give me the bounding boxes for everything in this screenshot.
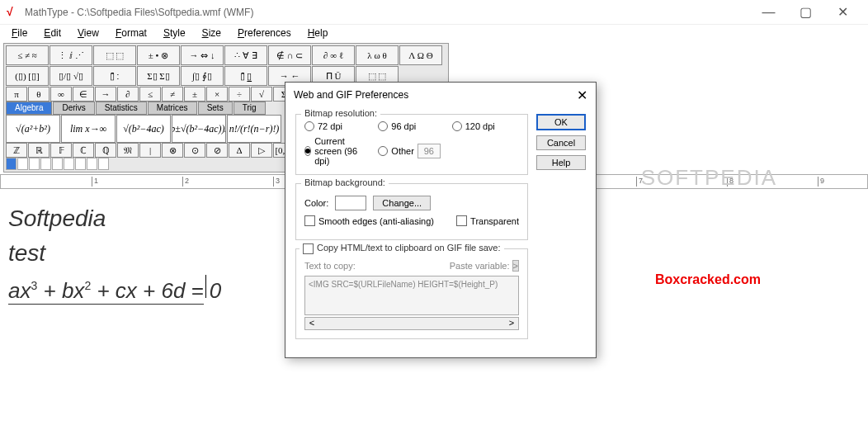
toolbar-button[interactable]: ⬚ ⬚ — [93, 45, 136, 65]
menubar: FileEditViewFormatStyleSizePreferencesHe… — [0, 25, 868, 41]
radio-120dpi[interactable]: 120 dpi — [452, 121, 519, 131]
toolbar-button[interactable]: Σ▯ Σ▯ — [137, 66, 180, 86]
transparent-checkbox[interactable]: Transparent — [456, 215, 519, 226]
toolbar-button[interactable]: ± — [184, 87, 205, 102]
toolbar-button[interactable]: ∫▯ ∮▯ — [181, 66, 224, 86]
menu-style[interactable]: Style — [157, 26, 192, 40]
toolbar-button[interactable]: θ — [28, 87, 50, 102]
horizontal-scrollbar[interactable]: < > — [304, 317, 519, 330]
minimize-button[interactable]: — — [750, 0, 787, 25]
dialog-close-icon[interactable]: ✕ — [577, 87, 587, 103]
tab-sets[interactable]: Sets — [198, 102, 233, 115]
paste-variable-button[interactable]: > — [512, 260, 519, 272]
menu-edit[interactable]: Edit — [37, 26, 68, 40]
dialog-titlebar: Web and GIF Preferences ✕ — [285, 83, 596, 107]
toolbar-button[interactable]: ∂ ∞ ℓ — [312, 45, 355, 65]
toolbar-button[interactable]: 𝔽 — [50, 143, 72, 158]
scroll-right-icon[interactable]: > — [505, 318, 518, 329]
preset-cell[interactable] — [52, 158, 63, 170]
toolbar-button[interactable]: n!/(r!(n−r)!) — [227, 115, 281, 143]
menu-view[interactable]: View — [71, 26, 106, 40]
preset-cell[interactable] — [6, 158, 17, 170]
tab-matrices[interactable]: Matrices — [148, 102, 197, 115]
menu-format[interactable]: Format — [109, 26, 153, 40]
copy-html-group: Copy HTML/text to clipboard on GIF file … — [295, 248, 528, 339]
close-button[interactable]: ✕ — [824, 0, 861, 25]
menu-file[interactable]: File — [5, 26, 34, 40]
toolbar-button[interactable]: (−b±√(b²−4ac))/2a — [172, 115, 226, 143]
toolbar-button[interactable]: ± • ⊗ — [137, 45, 180, 65]
toolbar-button[interactable]: ⋮ ⅈ ⋰ — [50, 45, 92, 65]
toolbar-button[interactable]: ∂ — [117, 87, 139, 102]
toolbar-button[interactable]: ÷ — [229, 87, 250, 102]
preset-cell[interactable] — [98, 158, 109, 170]
toolbar-button[interactable]: × — [206, 87, 228, 102]
toolbar-button[interactable]: ⊙ — [184, 143, 205, 158]
toolbar-button[interactable]: ∉ ∩ ⊂ — [268, 45, 311, 65]
radio-96dpi[interactable]: 96 dpi — [378, 121, 445, 131]
text-to-copy-label: Text to copy: — [304, 261, 356, 271]
toolbar-button[interactable]: √ — [251, 87, 272, 102]
toolbar-button[interactable]: ℚ — [95, 143, 116, 158]
scroll-left-icon[interactable]: < — [305, 318, 318, 329]
toolbar-button[interactable]: ∞ — [50, 87, 72, 102]
other-dpi-input[interactable]: 96 — [417, 144, 441, 158]
toolbar-button[interactable]: ▷ — [251, 143, 272, 158]
preset-cell[interactable] — [64, 158, 74, 170]
toolbar-button[interactable]: ≠ — [162, 87, 183, 102]
toolbar-button[interactable]: ∴ ∀ ∃ — [224, 45, 267, 65]
toolbar-button[interactable]: lim x→∞ — [61, 115, 116, 143]
preset-cell[interactable] — [87, 158, 97, 170]
toolbar-button[interactable]: √(a²+b²) — [6, 115, 60, 143]
tab-derivs[interactable]: Derivs — [53, 102, 94, 115]
text-to-copy-box[interactable]: <IMG SRC=$(URLFileName) HEIGHT=$(Height_… — [304, 276, 519, 315]
color-swatch[interactable] — [335, 196, 366, 210]
tab-algebra[interactable]: Algebra — [6, 102, 52, 115]
cancel-button[interactable]: Cancel — [536, 135, 586, 150]
app-icon: √ — [7, 6, 20, 19]
toolbar-button[interactable]: ℂ — [73, 143, 94, 158]
toolbar-button[interactable]: ≤ ≠ ≈ — [6, 45, 49, 65]
toolbar-button[interactable]: → ⇔ ↓ — [181, 45, 224, 65]
toolbar-button[interactable]: | — [139, 143, 161, 158]
watermark: SOFTPEDIA — [641, 165, 777, 191]
tab-statistics[interactable]: Statistics — [96, 102, 147, 115]
bitmap-resolution-group: Bitmap resolution: 72 dpi 96 dpi 120 dpi… — [295, 114, 528, 175]
toolbar-button[interactable]: ℤ — [6, 143, 27, 158]
window-buttons: — ▢ ✕ — [750, 0, 861, 25]
menu-size[interactable]: Size — [196, 26, 228, 40]
toolbar-button[interactable]: → — [95, 87, 116, 102]
toolbar-button[interactable]: Λ Ω Θ — [399, 45, 442, 65]
toolbar-button[interactable]: ⊘ — [206, 143, 228, 158]
help-button[interactable]: Help — [536, 155, 586, 170]
toolbar-button[interactable]: ℝ — [28, 143, 50, 158]
toolbar-button[interactable]: 𝔐 — [117, 143, 139, 158]
preset-cell[interactable] — [17, 158, 28, 170]
toolbar-button[interactable]: ≤ — [139, 87, 161, 102]
radio-current-screen[interactable]: Current screen (96 dpi) — [304, 136, 371, 166]
toolbar-button[interactable]: π — [6, 87, 27, 102]
toolbar-button[interactable]: Δ — [229, 143, 250, 158]
tab-trig[interactable]: Trig — [234, 102, 266, 115]
toolbar-button[interactable]: √(b²−4ac) — [116, 115, 171, 143]
toolbar-button[interactable]: ▯/▯ √▯ — [50, 66, 92, 86]
change-button[interactable]: Change... — [373, 196, 431, 210]
radio-72dpi[interactable]: 72 dpi — [304, 121, 371, 131]
preset-cell[interactable] — [40, 158, 51, 170]
toolbar-button[interactable]: (▯) [▯] — [6, 66, 49, 86]
toolbar-button[interactable]: ▯̄ ꞉ — [93, 66, 136, 86]
preset-cell[interactable] — [75, 158, 86, 170]
toolbar-button[interactable]: ⊗ — [162, 143, 183, 158]
ok-button[interactable]: OK — [536, 114, 586, 130]
smooth-edges-checkbox[interactable]: Smooth edges (anti-aliasing) — [304, 215, 434, 226]
copy-html-checkbox[interactable] — [303, 243, 314, 254]
bitmap-resolution-label: Bitmap resolution: — [301, 108, 380, 118]
menu-help[interactable]: Help — [301, 26, 335, 40]
preset-cell[interactable] — [29, 158, 40, 170]
toolbar-button[interactable]: ▯̄ ▯̲ — [224, 66, 267, 86]
menu-preferences[interactable]: Preferences — [231, 26, 298, 40]
radio-other[interactable]: Other 96 — [378, 144, 445, 158]
toolbar-button[interactable]: ∈ — [73, 87, 94, 102]
maximize-button[interactable]: ▢ — [787, 0, 824, 25]
toolbar-button[interactable]: λ ω θ — [356, 45, 399, 65]
